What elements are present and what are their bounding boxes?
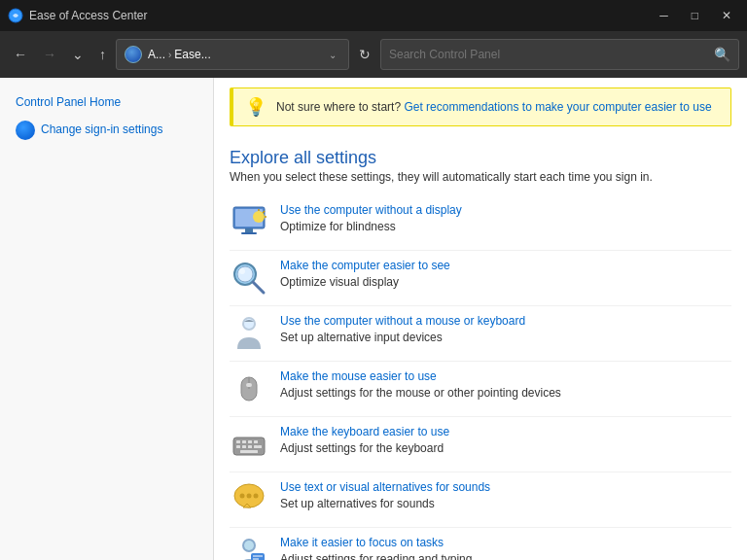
item-desc: Adjust settings for the mouse or other p… xyxy=(280,386,561,400)
close-button[interactable]: ✕ xyxy=(714,0,739,31)
list-item: Make it easier to focus on tasks Adjust … xyxy=(230,528,731,560)
item-icon-keyboard xyxy=(230,425,268,464)
maximize-button[interactable]: □ xyxy=(684,0,706,31)
svg-point-33 xyxy=(254,494,259,499)
item-text: Make the computer easier to see Optimize… xyxy=(280,259,731,289)
svg-rect-26 xyxy=(254,445,258,448)
svg-point-35 xyxy=(244,541,254,550)
item-desc: Optimize visual display xyxy=(280,275,399,289)
svg-point-12 xyxy=(239,268,245,274)
refresh-button[interactable]: ↻ xyxy=(353,39,376,70)
item-link-mouse[interactable]: Make the mouse easier to use xyxy=(280,369,731,383)
item-desc: Set up alternatives for sounds xyxy=(280,497,435,510)
item-icon-person xyxy=(230,314,268,353)
settings-list: Use the computer without a display Optim… xyxy=(214,195,747,560)
app-icon xyxy=(8,8,23,23)
nav-bar: ← → ⌄ ↑ A... › Ease... ⌄ ↻ 🔍 xyxy=(0,31,747,78)
svg-point-10 xyxy=(237,266,253,282)
list-item: Make the keyboard easier to use Adjust s… xyxy=(230,417,731,472)
sidebar-item-control-panel-home[interactable]: Control Panel Home xyxy=(0,89,213,116)
item-icon-mouse xyxy=(230,369,268,408)
item-text: Use the computer without a display Optim… xyxy=(280,203,731,233)
main-container: Control Panel Home Change sign-in settin… xyxy=(0,78,747,560)
item-text: Make the mouse easier to use Adjust sett… xyxy=(280,369,731,400)
address-dropdown-icon[interactable]: ⌄ xyxy=(325,50,340,60)
item-desc: Set up alternative input devices xyxy=(280,331,443,344)
item-link-sounds[interactable]: Use text or visual alternatives for soun… xyxy=(280,480,731,494)
svg-rect-3 xyxy=(245,228,253,232)
svg-rect-25 xyxy=(248,445,252,448)
item-desc: Adjust settings for the keyboard xyxy=(280,441,444,455)
list-item: Make the computer easier to see Optimize… xyxy=(230,251,731,306)
address-bar[interactable]: A... › Ease... ⌄ xyxy=(116,39,349,70)
bulb-icon: 💡 xyxy=(245,96,267,118)
item-icon-speech xyxy=(230,480,268,519)
svg-rect-22 xyxy=(254,440,258,443)
svg-rect-27 xyxy=(258,445,262,448)
window-title: Ease of Access Center xyxy=(29,9,652,22)
svg-rect-4 xyxy=(241,232,257,234)
item-link-no-display[interactable]: Use the computer without a display xyxy=(280,203,731,217)
svg-rect-28 xyxy=(240,450,258,453)
notice-text: Not sure where to start? Get recommendat… xyxy=(276,100,712,114)
svg-point-31 xyxy=(240,494,245,499)
content-area: 💡 Not sure where to start? Get recommend… xyxy=(214,78,747,560)
list-item: Make the mouse easier to use Adjust sett… xyxy=(230,362,731,417)
item-text: Make it easier to focus on tasks Adjust … xyxy=(280,536,731,560)
explore-subtext: When you select these settings, they wil… xyxy=(214,170,747,195)
svg-rect-17 xyxy=(246,383,252,387)
item-icon-monitor xyxy=(230,203,268,242)
back-button[interactable]: ← xyxy=(8,39,33,70)
item-link-tasks[interactable]: Make it easier to focus on tasks xyxy=(280,536,731,549)
item-text: Make the keyboard easier to use Adjust s… xyxy=(280,425,731,455)
item-desc: Optimize for blindness xyxy=(280,220,396,233)
address-globe-icon xyxy=(124,46,142,63)
address-path: A... › Ease... xyxy=(148,48,319,61)
search-input[interactable] xyxy=(389,48,714,61)
list-item: Use text or visual alternatives for soun… xyxy=(230,472,731,528)
address-part-1: A... xyxy=(148,48,165,61)
up-button[interactable]: ↑ xyxy=(93,39,112,70)
svg-rect-21 xyxy=(248,440,252,443)
search-icon[interactable]: 🔍 xyxy=(714,47,730,62)
breadcrumb-separator: › xyxy=(168,50,171,60)
svg-rect-20 xyxy=(242,440,246,443)
item-icon-magnifier xyxy=(230,259,268,298)
item-link-keyboard[interactable]: Make the keyboard easier to use xyxy=(280,425,731,438)
item-text: Use the computer without a mouse or keyb… xyxy=(280,314,731,344)
list-item: Use the computer without a display Optim… xyxy=(230,195,731,251)
svg-point-32 xyxy=(247,494,252,499)
svg-rect-24 xyxy=(242,445,246,448)
recommendations-link[interactable]: Get recommendations to make your compute… xyxy=(404,100,711,114)
item-link-easier-to-see[interactable]: Make the computer easier to see xyxy=(280,259,731,272)
list-item: Use the computer without a mouse or keyb… xyxy=(230,306,731,362)
search-bar[interactable]: 🔍 xyxy=(380,39,739,70)
item-desc: Adjust settings for reading and typing xyxy=(280,552,472,560)
recent-pages-button[interactable]: ⌄ xyxy=(66,39,89,70)
svg-rect-23 xyxy=(236,445,240,448)
item-link-no-mouse-keyboard[interactable]: Use the computer without a mouse or keyb… xyxy=(280,314,731,328)
svg-line-11 xyxy=(253,282,264,293)
sidebar-item-sign-in[interactable]: Change sign-in settings xyxy=(0,116,213,145)
change-signin-link[interactable]: Change sign-in settings xyxy=(41,122,162,138)
svg-rect-19 xyxy=(236,440,240,443)
item-text: Use text or visual alternatives for soun… xyxy=(280,480,731,510)
sidebar: Control Panel Home Change sign-in settin… xyxy=(0,78,214,560)
minimize-button[interactable]: ─ xyxy=(652,0,676,31)
sign-in-icon xyxy=(16,121,35,140)
forward-button[interactable]: → xyxy=(37,39,62,70)
notice-bar: 💡 Not sure where to start? Get recommend… xyxy=(230,88,731,126)
address-part-2: Ease... xyxy=(174,48,210,61)
window-controls: ─ □ ✕ xyxy=(652,0,739,31)
item-icon-tasks xyxy=(230,536,268,560)
title-bar: Ease of Access Center ─ □ ✕ xyxy=(0,0,747,31)
explore-heading: Explore all settings xyxy=(214,136,747,170)
